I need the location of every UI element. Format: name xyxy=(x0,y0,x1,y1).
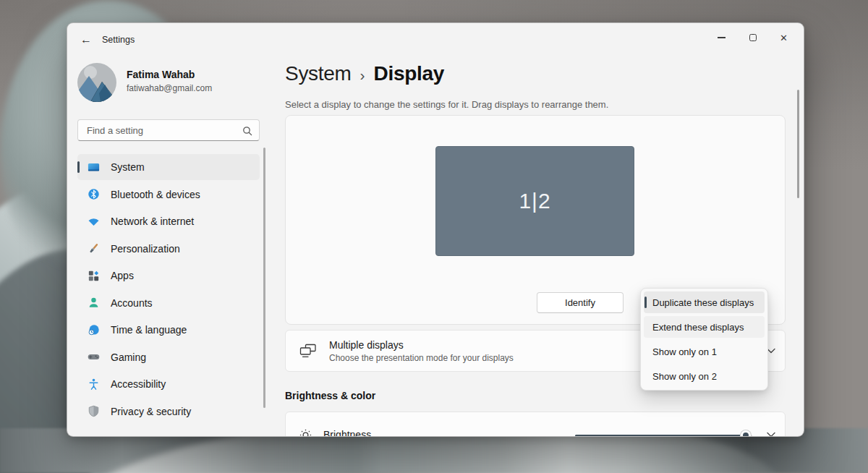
brightness-slider[interactable] xyxy=(575,432,752,437)
page-title: Display xyxy=(374,62,445,85)
menu-item-show-only-2[interactable]: Show only on 2 xyxy=(644,365,765,387)
sidebar-item-label: Personalization xyxy=(111,243,180,255)
sidebar-item-accessibility[interactable]: Accessibility xyxy=(77,371,260,397)
minimize-button[interactable] xyxy=(706,26,737,49)
sidebar-item-network-internet[interactable]: Network & internet xyxy=(77,208,260,234)
sidebar-item-label: Apps xyxy=(111,270,134,281)
brightness-icon xyxy=(299,428,312,438)
sidebar-item-label: System xyxy=(111,161,145,173)
page-description: Select a display to change the settings … xyxy=(285,99,608,110)
sidebar-nav: System Bluetooth & devices Network & int… xyxy=(77,154,260,425)
sidebar-item-apps[interactable]: Apps xyxy=(77,263,260,289)
identify-button[interactable]: Identify xyxy=(537,292,624,313)
sidebar-item-personalization[interactable]: Personalization xyxy=(77,236,260,262)
breadcrumb-system[interactable]: System xyxy=(285,62,352,85)
sidebar-item-label: Gaming xyxy=(111,351,146,363)
window-title: Settings xyxy=(102,35,135,45)
search-input[interactable] xyxy=(78,120,259,140)
multiple-displays-icon xyxy=(299,344,318,359)
sidebar-item-gaming[interactable]: Gaming xyxy=(77,344,260,370)
sidebar-item-label: Time & language xyxy=(111,324,187,336)
avatar xyxy=(77,63,116,102)
chevron-down-icon[interactable] xyxy=(767,432,775,437)
caption-buttons: ✕ xyxy=(706,26,799,49)
multiple-displays-title: Multiple displays xyxy=(329,339,514,351)
user-email: fatiwahab@gmail.com xyxy=(127,83,212,93)
sidebar-item-privacy-security[interactable]: Privacy & security xyxy=(77,399,260,425)
menu-item-duplicate-displays[interactable]: Duplicate these displays xyxy=(644,291,765,313)
bluetooth-icon xyxy=(86,187,101,202)
section-brightness-color: Brightness & color xyxy=(285,390,375,401)
brightness-label: Brightness xyxy=(323,429,371,437)
apps-icon xyxy=(86,268,101,283)
time-language-icon xyxy=(86,323,101,337)
maximize-button[interactable] xyxy=(737,26,768,49)
accessibility-icon xyxy=(86,377,101,391)
network-icon xyxy=(86,214,101,229)
search-icon xyxy=(242,126,252,136)
menu-item-show-only-1[interactable]: Show only on 1 xyxy=(644,341,765,362)
sidebar-item-label: Privacy & security xyxy=(111,406,191,417)
accounts-icon xyxy=(86,296,101,310)
search-box xyxy=(77,119,260,141)
display-mode-dropdown: Duplicate these displays Extend these di… xyxy=(640,288,768,391)
sidebar-item-time-language[interactable]: Time & language xyxy=(77,317,260,343)
sidebar-item-label: Accounts xyxy=(111,297,153,309)
settings-window: ← Settings ✕ Fatima Wahab fatiwahab@gmai… xyxy=(67,22,804,437)
sidebar-item-accounts[interactable]: Accounts xyxy=(77,290,260,316)
sidebar-item-label: Network & internet xyxy=(111,216,194,227)
minimize-icon xyxy=(718,37,726,38)
sidebar-item-label: Bluetooth & devices xyxy=(111,189,200,200)
monitor-label: 1|2 xyxy=(519,189,550,213)
breadcrumb: System › Display xyxy=(285,62,444,85)
breadcrumb-separator: › xyxy=(360,67,365,84)
sidebar-item-label: Accessibility xyxy=(111,378,166,390)
close-icon: ✕ xyxy=(780,33,788,43)
slider-thumb[interactable] xyxy=(741,430,751,437)
close-button[interactable]: ✕ xyxy=(768,26,799,49)
system-icon xyxy=(86,160,101,174)
personalization-icon xyxy=(86,242,101,256)
user-name: Fatima Wahab xyxy=(127,69,195,80)
sidebar-item-system[interactable]: System xyxy=(77,154,260,180)
back-button[interactable]: ← xyxy=(76,30,96,49)
monitor-preview[interactable]: 1|2 xyxy=(435,146,634,256)
brightness-row: Brightness xyxy=(285,412,786,437)
content-scrollbar[interactable] xyxy=(797,90,799,198)
multiple-displays-subtitle: Choose the presentation mode for your di… xyxy=(329,353,514,363)
sidebar-item-bluetooth-devices[interactable]: Bluetooth & devices xyxy=(77,182,260,208)
maximize-icon xyxy=(749,34,757,41)
gaming-icon xyxy=(86,350,101,365)
slider-fill xyxy=(575,435,746,438)
menu-item-extend-displays[interactable]: Extend these displays xyxy=(644,316,765,338)
privacy-security-icon xyxy=(86,404,101,419)
sidebar-scrollbar[interactable] xyxy=(263,148,265,408)
